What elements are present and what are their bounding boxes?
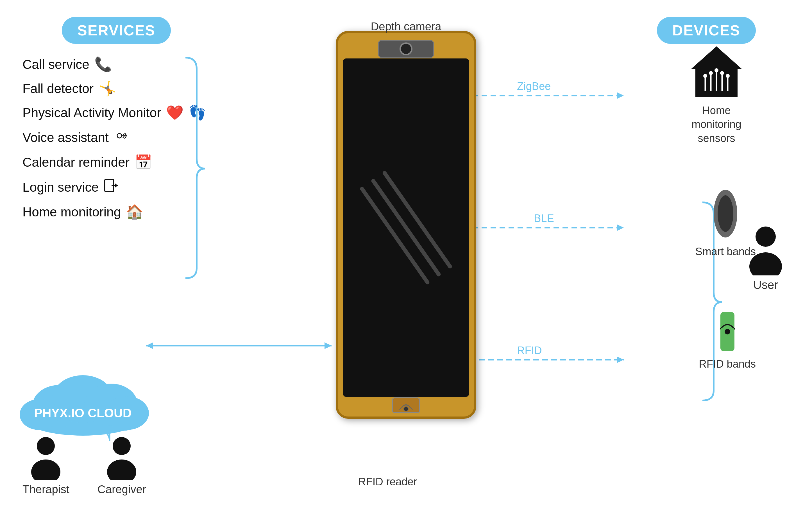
svg-point-22	[404, 407, 408, 411]
service-fall-label: Fall detector	[22, 81, 93, 96]
tablet-device	[336, 31, 476, 419]
cloud-svg: PHYX.IO CLOUD	[14, 360, 152, 438]
phone-icon: 📞	[95, 56, 112, 72]
svg-point-32	[113, 437, 131, 455]
right-user-label: User	[753, 278, 778, 292]
svg-point-30	[37, 437, 55, 455]
svg-point-43	[720, 71, 724, 75]
service-call-label: Call service	[22, 57, 89, 72]
rfid-reader-icon	[396, 399, 416, 412]
rfid-bands-label: RFID bands	[699, 358, 756, 370]
service-call: Call service 📞	[22, 56, 206, 72]
service-voice: Voice assistant	[22, 129, 206, 146]
therapist-icon	[29, 435, 63, 480]
devices-label: DEVICES	[672, 22, 740, 39]
service-home: Home monitoring 🏠	[22, 204, 206, 220]
screen-line-1	[359, 186, 430, 285]
diagram-container: ZigBee BLE RFID SERVICES DEVICES Call se…	[0, 0, 812, 507]
svg-text:BLE: BLE	[534, 213, 554, 224]
svg-marker-2	[324, 342, 331, 349]
svg-marker-9	[617, 224, 624, 231]
cloud-container: PHYX.IO CLOUD	[14, 360, 152, 440]
svg-text:ZigBee: ZigBee	[517, 80, 551, 92]
rfid-bands-container: RFID bands	[699, 309, 756, 370]
right-user-icon	[747, 225, 784, 275]
service-login: Login service	[22, 178, 206, 196]
therapist-label: Therapist	[22, 483, 69, 496]
services-badge: SERVICES	[62, 17, 171, 44]
svg-point-46	[717, 195, 733, 232]
camera-notch	[378, 40, 434, 58]
services-list: Call service 📞 Fall detector 🤸 Physical …	[22, 56, 206, 220]
screen-decoration	[359, 170, 453, 285]
svg-point-33	[107, 459, 136, 480]
svg-text:PHYX.IO CLOUD: PHYX.IO CLOUD	[34, 406, 131, 420]
svg-point-42	[714, 68, 719, 72]
smart-bands-label: Smart bands	[695, 246, 756, 258]
rfid-reader-label: RFID reader	[358, 476, 417, 488]
footprint-icon: 👣	[189, 105, 206, 121]
service-voice-label: Voice assistant	[22, 130, 109, 145]
service-login-label: Login service	[22, 180, 99, 195]
caregiver-label: Caregiver	[98, 483, 146, 496]
svg-point-17	[117, 133, 122, 138]
devices-badge: DEVICES	[657, 17, 756, 44]
service-fall: Fall detector 🤸	[22, 80, 206, 97]
right-user-container: User	[747, 225, 784, 292]
svg-marker-21	[115, 183, 118, 188]
service-calendar: Calendar reminder 📅	[22, 154, 206, 170]
home-sensors-icon	[688, 44, 745, 100]
caregiver-figure: Caregiver	[98, 435, 146, 496]
services-label: SERVICES	[77, 22, 155, 39]
activity-icon: ❤️	[166, 105, 183, 121]
screen-line-3	[382, 170, 453, 269]
camera-lens	[399, 43, 413, 55]
svg-point-49	[755, 227, 776, 247]
service-calendar-label: Calendar reminder	[22, 155, 130, 170]
login-icon	[104, 178, 118, 196]
smart-bands-container: Smart bands	[695, 185, 756, 258]
svg-point-31	[31, 459, 60, 480]
screen-line-2	[371, 178, 441, 277]
svg-point-44	[726, 74, 730, 78]
svg-marker-5	[617, 92, 624, 99]
service-activity-label: Physical Activity Monitor	[22, 105, 161, 120]
home-service-icon: 🏠	[126, 204, 143, 220]
home-sensors-container: Home monitoring sensors	[677, 44, 756, 145]
fall-icon: 🤸	[99, 80, 116, 97]
depth-camera-label: Depth camera	[371, 20, 441, 33]
bottom-figures: Therapist Caregiver	[22, 435, 146, 496]
svg-point-50	[749, 252, 782, 275]
smart-band-icon	[711, 185, 740, 242]
svg-point-40	[703, 74, 707, 78]
svg-text:RFID: RFID	[517, 345, 542, 356]
tablet-screen	[343, 58, 469, 397]
therapist-figure: Therapist	[22, 435, 69, 496]
svg-point-41	[709, 71, 713, 75]
rfid-band-icon	[712, 309, 743, 354]
svg-point-48	[725, 329, 730, 334]
home-sensors-label: Home monitoring sensors	[677, 104, 756, 145]
calendar-icon: 📅	[135, 154, 152, 170]
service-home-label: Home monitoring	[22, 204, 121, 220]
caregiver-icon	[105, 435, 138, 480]
voice-icon	[114, 129, 128, 146]
svg-marker-13	[617, 356, 624, 363]
svg-marker-1	[146, 342, 153, 349]
rfid-reader	[392, 397, 420, 413]
service-activity: Physical Activity Monitor ❤️ 👣	[22, 105, 206, 121]
